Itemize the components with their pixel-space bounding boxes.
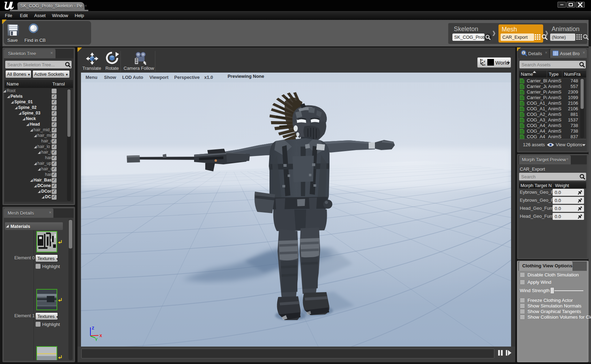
- svg-text:z: z: [481, 59, 483, 61]
- svg-text:Z: Z: [92, 326, 94, 330]
- svg-text:Y: Y: [483, 60, 486, 63]
- svg-text:Y: Y: [95, 337, 98, 342]
- svg-text:X: X: [99, 334, 102, 338]
- svg-text:x: x: [484, 63, 486, 66]
